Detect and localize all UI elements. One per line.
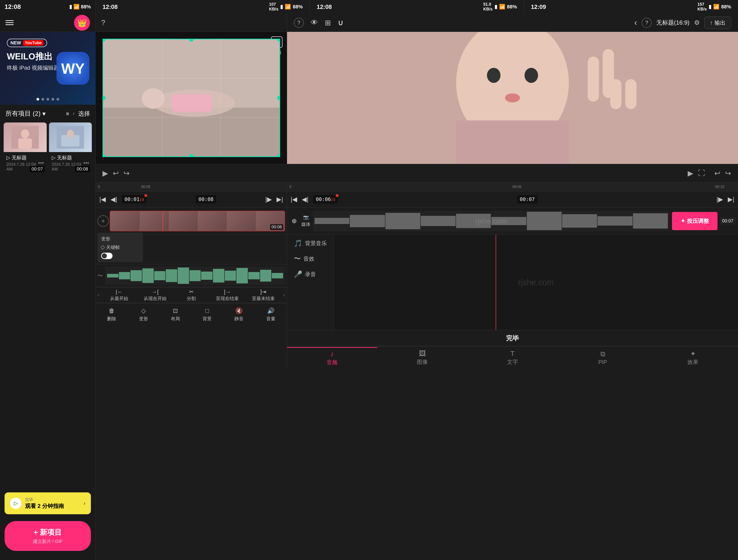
project-name-2: ▷ 无标题 (52, 154, 83, 161)
track-add-button[interactable]: + (97, 215, 109, 227)
audio-tools-list: 🎵 背景音乐 〜 音效 🎤 录音 (287, 235, 334, 330)
film-frame (198, 211, 226, 231)
hamburger-menu-btn[interactable] (5, 20, 14, 25)
tutorial-arrow-icon: › (84, 500, 85, 507)
step-back-btn-r[interactable]: ◀| (302, 195, 308, 203)
undo-button[interactable]: ↩ (113, 169, 119, 177)
dot-4 (51, 98, 54, 101)
pip-tab-icon: ⧉ (601, 350, 605, 358)
dropdown-icon[interactable]: ▾ (42, 110, 46, 117)
help-icon-right[interactable]: ? (294, 18, 304, 28)
media-button[interactable]: 📷 媒体 (301, 214, 311, 227)
grid-icon[interactable]: ⊞ (325, 18, 331, 27)
right-side-content: 🎵 背景音乐 〜 音效 🎤 录音 (287, 235, 738, 330)
action-to-now[interactable]: ]→ 至现在结束 (209, 289, 245, 302)
compress-icon: ✦ (681, 218, 685, 224)
tab-effects[interactable]: ✦ 效果 (648, 348, 738, 368)
handle-bm[interactable] (189, 154, 194, 157)
handle-mr[interactable] (277, 96, 280, 100)
clip-film-strip (110, 211, 285, 231)
play-button[interactable]: ▶ (102, 169, 108, 177)
finish-button[interactable]: 完毕 (506, 334, 519, 343)
left-status-icons: ▮ 📶 88% (69, 4, 91, 10)
step-fwd-btn-r[interactable]: |▶ (716, 195, 723, 203)
play-button-2[interactable]: ▶ (688, 169, 693, 177)
media-tool-btn[interactable]: ⊕ (289, 215, 299, 227)
action-split[interactable]: ✂ 分割 (173, 289, 209, 302)
handle-br[interactable] (277, 154, 280, 157)
sort-icon[interactable]: ↕ (73, 111, 74, 116)
editor-title: 无标题(16:9) (656, 19, 690, 27)
preview-row: 填满 (96, 32, 738, 164)
tutorial-play-icon: ▷ (10, 498, 21, 509)
project-item-2[interactable]: 00:08 ▷ 无标题 2024.7.26 12:03 AM ••• (49, 122, 92, 174)
tab-text[interactable]: T 文字 (467, 348, 558, 368)
compress-button[interactable]: ✦ 按压调整 (672, 212, 718, 230)
skip-start-btn[interactable]: |◀ (99, 195, 106, 203)
action-to-end[interactable]: ]⇥ 至最末结束 (245, 289, 281, 302)
crown-button[interactable]: 👑 (74, 15, 90, 31)
view-grid-icon[interactable]: ⊞ (66, 111, 69, 116)
back-nav-icon[interactable]: ‹ (634, 18, 637, 28)
tutorial-box[interactable]: ▷ 完毕 观看 2 分钟指南 › (5, 492, 91, 514)
data-rate-2: 51.0KB/s (483, 2, 493, 12)
skip-start-btn-r[interactable]: |◀ (291, 195, 297, 203)
step-fwd-btn[interactable]: |▶ (265, 195, 272, 203)
help-icon-title[interactable]: ? (642, 18, 652, 28)
video-frame (103, 39, 280, 156)
redo-button[interactable]: ↪ (123, 169, 129, 177)
undo-button-2[interactable]: ↩ (714, 169, 720, 177)
dot-3 (46, 98, 49, 101)
tab-audio[interactable]: ♪ 音频 (287, 347, 377, 368)
transport-row-right: |◀ ◀| 00:0615 00:07 |▶ ▶| (287, 191, 738, 207)
right-track-section: 0 00:10 00:05 |◀ ◀| 00:0615 00:07 (287, 182, 738, 369)
output-icon: ↑ (710, 20, 713, 26)
link-icon[interactable]: ∪ (338, 18, 343, 27)
layout-button[interactable]: ⊡ 布局 (159, 305, 191, 324)
bg-music-button[interactable]: 🎵 背景音乐 (294, 239, 327, 247)
new-project-button[interactable]: + 新项目 建立影片 / GIF (5, 521, 91, 551)
status-section-3: 12:09 157KB/s ▮ 📶 88% (524, 0, 738, 14)
left-track-area: 0 00:05 |◀ ◀| 00:0119 00:08 (96, 182, 287, 369)
tab-pip[interactable]: ⧉ PIP (558, 348, 648, 368)
select-button[interactable]: 选择 (78, 110, 90, 118)
voiceover-button[interactable]: 🎤 录音 (294, 270, 327, 278)
wifi-icon-2: ▮ (494, 4, 497, 10)
status-icons-3: 157KB/s ▮ 📶 88% (697, 2, 731, 12)
actions-arrow-right[interactable]: › (281, 292, 287, 298)
clip-duration: 00:08 (270, 224, 283, 230)
more-options-2[interactable]: ••• (83, 160, 89, 166)
edit-actions-bar: ‹ |← 从最开始 →[ 从现在开始 ✂ 分割 (96, 287, 287, 303)
output-button[interactable]: ↑ 输出 (704, 17, 731, 29)
tab-image[interactable]: 🖼 图像 (377, 348, 467, 368)
right-panel: 12:08 107KB/s ▮ 📶 88% 12:08 51.0KB/s ▮ 📶… (96, 0, 738, 560)
finish-row: 完毕 (287, 330, 738, 346)
action-from-start[interactable]: |← 从最开始 (101, 289, 137, 302)
project-item[interactable]: 00:07 ▷ 无标题 2024.7.26 12:04 AM ••• (4, 122, 47, 174)
to-now-label: 至现在结束 (216, 296, 239, 302)
more-options-1[interactable]: ••• (38, 160, 44, 166)
tutorial-top-text: 完毕 (25, 497, 80, 502)
volume-button[interactable]: 🔊 音量 (255, 305, 287, 324)
action-from-now[interactable]: →[ 从现在开始 (137, 289, 173, 302)
actions-arrow-left[interactable]: ‹ (96, 292, 101, 298)
project-thumb-2 (49, 122, 92, 152)
video-clip[interactable]: 00:08 (110, 211, 285, 231)
mute-button[interactable]: 🔇 静音 (223, 305, 255, 324)
help-icon-left[interactable]: ? (101, 18, 105, 27)
bottom-tab-bar: ♪ 音频 🖼 图像 T 文字 (287, 346, 738, 369)
skip-end-btn-r[interactable]: ▶| (728, 195, 734, 203)
settings-icon[interactable]: ⚙ (694, 19, 700, 26)
redo-button-2[interactable]: ↪ (725, 169, 731, 177)
keyframe-toggle[interactable] (101, 253, 112, 259)
left-header: 👑 (0, 14, 95, 32)
fullscreen-button[interactable]: ⛶ (698, 169, 705, 177)
eye-icon[interactable]: 👁 (311, 18, 318, 27)
film-frame (168, 211, 197, 231)
skip-end-btn[interactable]: ▶| (277, 195, 283, 203)
background-button[interactable]: □ 背景 (191, 305, 223, 324)
transform-button[interactable]: ◇ 变形 (127, 305, 159, 324)
step-back-btn[interactable]: ◀| (110, 195, 117, 203)
sfx-button[interactable]: 〜 音效 (294, 254, 327, 263)
delete-button[interactable]: 🗑 删除 (96, 305, 127, 324)
